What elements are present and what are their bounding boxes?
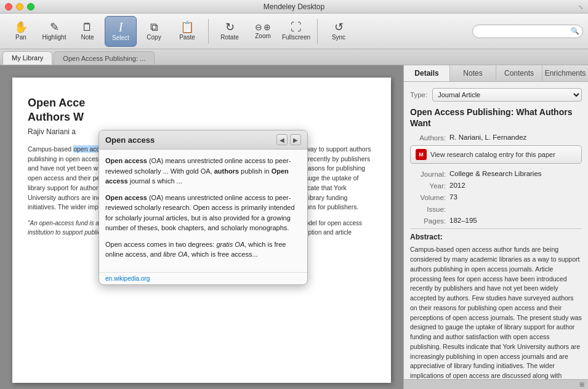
popup-navigation[interactable]: ◀ ▶	[276, 134, 301, 145]
tab-details[interactable]: Details	[404, 65, 450, 81]
popup-entry-1: Open access (OA) means unrestricted onli…	[105, 156, 301, 186]
keyword-oa: Open access	[105, 194, 147, 201]
abstract-heading: Abstract:	[410, 233, 582, 241]
right-panel-tabs: Details Notes Contents Enrichments	[404, 65, 588, 82]
journal-row: Journal: College & Research Libraries	[410, 170, 582, 178]
pan-label: Pan	[15, 34, 26, 41]
resize-icon: ⤡	[578, 4, 583, 10]
note-label: Note	[81, 34, 94, 41]
tab-my-library[interactable]: My Library	[2, 51, 52, 65]
tab-bar: My Library Open Access Publishing: ...	[0, 49, 588, 65]
tab-enrichments[interactable]: Enrichments	[542, 65, 588, 81]
volume-value: 73	[449, 193, 582, 201]
zoom-label: Zoom	[255, 33, 271, 39]
type-field-row: Type: Journal Article	[410, 88, 582, 102]
close-button[interactable]	[5, 3, 12, 10]
status-icon: ⊞	[579, 381, 584, 388]
authors-value: R. Nariani, L. Fernandez	[449, 134, 582, 141]
issue-label: Issue:	[410, 205, 446, 213]
fullscreen-label: Fullscreen	[282, 34, 310, 41]
copy-icon: ⧉	[150, 22, 158, 33]
fullscreen-button[interactable]: ⛶ Fullscreen	[280, 16, 312, 47]
rotate-button[interactable]: ↻ Rotate	[214, 16, 246, 47]
popup-content: Open access (OA) means unrestricted onli…	[99, 150, 307, 272]
tab-open-access[interactable]: Open Access Publishing: ...	[54, 51, 155, 65]
sync-label: Sync	[332, 34, 345, 41]
chevron-right-icon: ▶	[293, 137, 298, 143]
abstract-text: Campus-based open access author funds ar…	[410, 245, 582, 379]
main-content: Open AcceAuthors W Rajiv Nariani a Campu…	[0, 65, 588, 389]
zoom-in-icon[interactable]: ⊕	[264, 23, 271, 31]
definition-popup: Open access ◀ ▶ Open access (OA) means u…	[99, 130, 308, 285]
pages-label: Pages:	[410, 217, 446, 225]
sync-icon: ↺	[334, 22, 344, 33]
select-label: Select	[112, 34, 129, 41]
type-select[interactable]: Journal Article	[432, 88, 582, 102]
tab-contents[interactable]: Contents	[496, 65, 542, 81]
popup-header: Open access ◀ ▶	[99, 130, 307, 150]
window-controls[interactable]	[5, 3, 34, 10]
note-button[interactable]: 🗒 Note	[71, 16, 103, 47]
highlight-button[interactable]: ✎ Highlight	[38, 16, 70, 47]
journal-value: College & Research Libraries	[449, 170, 582, 177]
authors-row: Authors: R. Nariani, L. Fernandez	[410, 134, 582, 142]
copy-button[interactable]: ⧉ Copy	[138, 16, 170, 47]
catalog-btn-label: View research catalog entry for this pap…	[430, 151, 555, 158]
popup-title: Open access	[105, 135, 155, 145]
resize-area: ⤡	[578, 2, 583, 11]
zoom-out-icon[interactable]: ⊖	[255, 23, 262, 31]
journal-label: Journal:	[410, 170, 446, 178]
type-label: Type:	[410, 91, 427, 98]
search-icon: 🔍	[571, 27, 579, 35]
zoom-button[interactable]: ⊖ ⊕ Zoom	[247, 16, 279, 47]
pan-icon: ✋	[14, 22, 28, 33]
paper-title: Open Access Publishing: What Authors Wan…	[410, 106, 582, 129]
rotate-icon: ↻	[225, 22, 235, 33]
right-panel-content: Type: Journal Article Open Access Publis…	[404, 82, 588, 379]
keyword-open-access-2: Open access	[105, 167, 289, 185]
year-row: Year: 2012	[410, 182, 582, 190]
catalog-button[interactable]: M View research catalog entry for this p…	[410, 145, 582, 164]
authors-label: Authors:	[410, 134, 446, 142]
pages-row: Pages: 182–195	[410, 217, 582, 225]
paste-button[interactable]: 📋 Paste	[171, 16, 203, 47]
pages-value: 182–195	[449, 217, 582, 224]
rotate-label: Rotate	[220, 34, 238, 41]
minimize-button[interactable]	[16, 3, 23, 10]
paste-icon: 📋	[180, 22, 194, 33]
popup-entry-2: Open access (OA) means unrestricted onli…	[105, 193, 301, 233]
maximize-button[interactable]	[27, 3, 34, 10]
title-bar: Mendeley Desktop ⤡	[0, 0, 588, 14]
search-input[interactable]	[472, 25, 583, 38]
toolbar-group-main: ✋ Pan ✎ Highlight 🗒 Note I Select ⧉ Copy…	[5, 16, 203, 47]
chevron-left-icon: ◀	[280, 137, 284, 143]
sync-button[interactable]: ↺ Sync	[323, 16, 355, 47]
highlight-label: Highlight	[42, 34, 66, 41]
search-wrapper: 🔍	[472, 25, 583, 38]
pdf-viewer[interactable]: Open AcceAuthors W Rajiv Nariani a Campu…	[0, 65, 403, 389]
popup-prev-button[interactable]: ◀	[276, 134, 288, 145]
tab-notes[interactable]: Notes	[450, 65, 496, 81]
mendeley-icon: M	[416, 149, 427, 160]
popup-next-button[interactable]: ▶	[290, 134, 301, 145]
year-value: 2012	[449, 182, 582, 189]
volume-label: Volume:	[410, 193, 446, 201]
select-button[interactable]: I Select	[105, 16, 137, 47]
toolbar-divider-1	[208, 19, 209, 44]
pan-button[interactable]: ✋ Pan	[5, 16, 37, 47]
right-panel: Details Notes Contents Enrichments Type:…	[403, 65, 588, 389]
copy-label: Copy	[147, 34, 161, 41]
toolbar-group-view: ↻ Rotate ⊖ ⊕ Zoom ⛶ Fullscreen	[214, 16, 312, 47]
keyword-open-access: Open access	[105, 157, 147, 164]
volume-row: Volume: 73	[410, 193, 582, 201]
divider	[410, 228, 582, 229]
zoom-icon: ⊖ ⊕	[255, 23, 271, 31]
year-label: Year:	[410, 182, 446, 190]
popup-footer-link[interactable]: en.wikipedia.org	[99, 272, 307, 284]
paste-label: Paste	[179, 34, 195, 41]
issue-row: Issue:	[410, 205, 582, 213]
toolbar-divider-2	[317, 19, 318, 44]
fullscreen-icon: ⛶	[291, 22, 302, 33]
select-icon: I	[119, 21, 123, 33]
pdf-doc-title: Open AcceAuthors W	[28, 96, 376, 125]
